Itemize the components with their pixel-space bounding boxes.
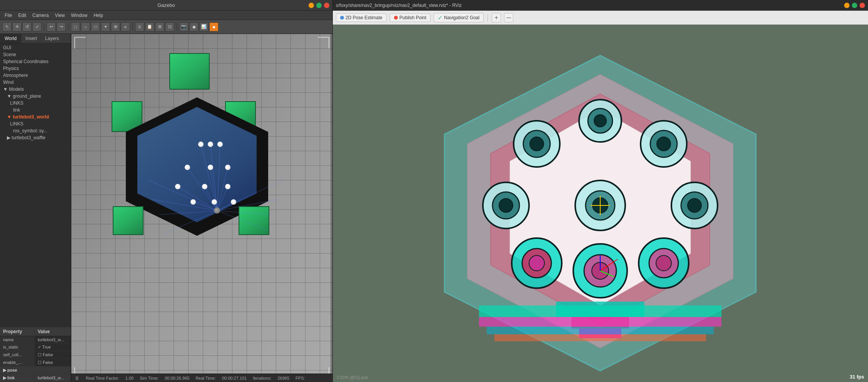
tree-item-physics[interactable]: Physics	[0, 65, 71, 72]
model-tool-btn[interactable]: ≡	[121, 22, 130, 32]
prop-value-name: turtlebot3_w...	[35, 336, 71, 343]
real-time-value: 00:00:27.101	[222, 376, 247, 380]
undo-btn[interactable]: ↩	[47, 22, 56, 32]
menu-view[interactable]: View	[53, 12, 67, 19]
paste-btn[interactable]: 📋	[145, 22, 154, 32]
rotate-tool-btn[interactable]: ↺	[22, 22, 32, 32]
menu-window[interactable]: Window	[69, 12, 90, 19]
tab-world[interactable]: World	[0, 34, 22, 43]
translate-tool-btn[interactable]: ✛	[12, 22, 22, 32]
tree-item-gp-links[interactable]: LINKS	[0, 100, 71, 107]
publish-point-btn[interactable]: Publish Point	[390, 13, 431, 22]
toolbar-sep3	[132, 23, 133, 31]
orange-btn[interactable]: ■	[209, 22, 219, 32]
scale-tool-btn[interactable]: ⤢	[32, 22, 42, 32]
menu-camera[interactable]: Camera	[30, 12, 51, 19]
gazebo-3d-viewport[interactable]: ⏸ Real Time Factor: 1.00 Sim Time: 00:00…	[71, 34, 332, 382]
rviz-plus-btn[interactable]: +	[492, 13, 501, 22]
svg-point-44	[688, 199, 701, 212]
real-time-factor-value: 1.00	[125, 376, 134, 380]
tab-insert[interactable]: Insert	[22, 34, 41, 43]
box-tool-btn[interactable]: □	[71, 22, 80, 32]
prop-enable-value: ☐ False	[35, 359, 71, 366]
tab-layers[interactable]: Layers	[41, 34, 63, 43]
gazebo-close-btn[interactable]	[324, 3, 329, 8]
rviz-minimize-btn[interactable]	[844, 3, 850, 8]
tree-item-tb-links[interactable]: LINKS	[0, 120, 71, 127]
prop-row-enable: enable_... ☐ False	[0, 359, 71, 367]
tree-item-models[interactable]: ▼ Models	[0, 86, 71, 93]
joint-tool-btn[interactable]: ⊕	[111, 22, 120, 32]
world-tree: GUI Scene Spherical Coordinates Physics …	[0, 43, 71, 327]
prop-name-cell: name	[0, 336, 35, 343]
real-time-factor-label: Real Time Factor:	[86, 376, 119, 380]
redo-btn[interactable]: ↪	[57, 22, 66, 32]
tree-item-turtlebot-world[interactable]: ▼ turtlebot3_world	[0, 113, 71, 120]
record-btn[interactable]: ⏺	[189, 22, 199, 32]
property-col-header: Property	[0, 327, 35, 336]
nav2-goal-label: Navigation2 Goal	[444, 15, 479, 20]
menu-edit[interactable]: Edit	[16, 12, 28, 19]
sim-time-label: Sim Time:	[140, 376, 159, 380]
tree-item-scene[interactable]: Scene	[0, 51, 71, 58]
light-tool-btn[interactable]: ✦	[101, 22, 110, 32]
snap-btn[interactable]: ⊡	[165, 22, 174, 32]
sphere-tool-btn[interactable]: ○	[81, 22, 90, 32]
prop-row-pose[interactable]: ▶ pose	[0, 367, 71, 374]
tree-item-tb-ros[interactable]: ros_symbol::sy...	[0, 127, 71, 134]
frame-top-right	[318, 37, 329, 48]
green-box-top-center	[169, 53, 210, 90]
tree-item-turtlebot-waffle[interactable]: ▶ turtlebot3_waffle	[0, 134, 71, 141]
prop-self-coll-value: ☐ False	[35, 351, 71, 359]
tree-item-gp-link[interactable]: link	[0, 107, 71, 113]
copy-btn[interactable]: ⎘	[135, 22, 144, 32]
publish-point-label: Publish Point	[399, 15, 426, 20]
gazebo-content: World Insert Layers GUI Scene Spherical …	[0, 34, 332, 382]
prop-row-link[interactable]: ▶ link turtlebot3_w...	[0, 374, 71, 382]
cylinder-tool-btn[interactable]: ⬭	[91, 22, 100, 32]
tree-item-atmosphere[interactable]: Atmosphere	[0, 72, 71, 79]
stats-btn[interactable]: 📊	[199, 22, 209, 32]
tree-item-ground-plane[interactable]: ▼ ground_plane	[0, 93, 71, 100]
world-sidebar: World Insert Layers GUI Scene Spherical …	[0, 34, 71, 382]
prop-row-name: name turtlebot3_w...	[0, 336, 71, 344]
toolbar-sep2	[68, 23, 68, 31]
menu-help[interactable]: Help	[91, 12, 105, 19]
toolbar-sep1	[44, 23, 44, 31]
lidar-sphere-7	[175, 184, 180, 189]
rviz-maximize-btn[interactable]	[852, 3, 857, 8]
prop-pose-label: ▶ pose	[0, 367, 35, 374]
viewport-resize-handle[interactable]	[331, 34, 332, 382]
scene-bg	[71, 34, 332, 382]
nav2-goal-btn[interactable]: ✓ Navigation2 Goal	[434, 13, 484, 22]
rviz-toolbar: 2D Pose Estimate Publish Point ✓ Navigat…	[333, 11, 868, 25]
value-col-header: Value	[35, 327, 71, 336]
prop-link-label: ▶ link	[0, 374, 35, 382]
gazebo-window: Gazebo File Edit Camera View Window Help…	[0, 0, 333, 382]
gazebo-minimize-btn[interactable]	[309, 3, 314, 8]
screenshot-btn[interactable]: 📷	[179, 22, 189, 32]
svg-point-53	[656, 255, 671, 271]
robot-center-dot	[214, 207, 220, 214]
align-btn[interactable]: ⊞	[155, 22, 164, 32]
gazebo-maximize-btn[interactable]	[316, 3, 322, 8]
menu-file[interactable]: File	[2, 12, 14, 19]
tree-item-wind[interactable]: Wind	[0, 79, 71, 86]
select-tool-btn[interactable]: ↖	[2, 22, 12, 32]
lidar-sphere-8	[202, 184, 207, 189]
pause-icon[interactable]: ⏸	[74, 375, 80, 381]
rviz-3d-viewport[interactable]: 31 fps CSDN @51j.pub	[333, 25, 868, 382]
prop-pose-value	[35, 367, 71, 374]
rviz-win-controls	[844, 3, 865, 8]
tree-item-spherical[interactable]: Spherical Coordinates	[0, 58, 71, 65]
svg-rect-57	[479, 305, 721, 317]
rviz-close-btn[interactable]	[860, 3, 865, 8]
lidar-sphere-11	[212, 199, 217, 205]
svg-rect-59	[487, 327, 714, 334]
svg-point-47	[529, 255, 544, 271]
property-header-row: Property Value	[0, 327, 71, 336]
pose-estimate-btn[interactable]: 2D Pose Estimate	[336, 13, 387, 22]
tree-item-gui[interactable]: GUI	[0, 44, 71, 51]
rviz-minus-btn[interactable]: ─	[504, 13, 513, 22]
frame-top-left	[74, 37, 86, 48]
